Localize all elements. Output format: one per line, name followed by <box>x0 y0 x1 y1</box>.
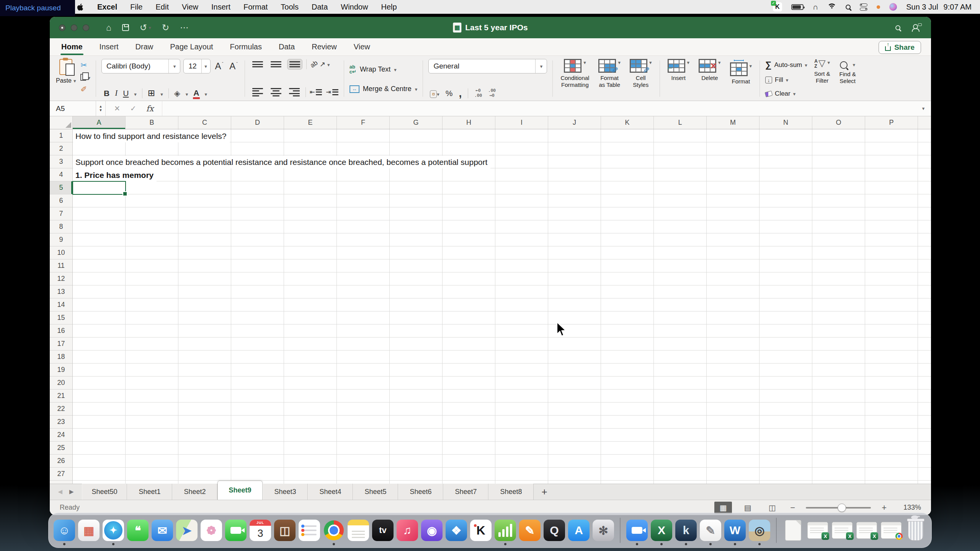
spotlight-icon[interactable] <box>846 5 851 10</box>
row-header-15[interactable]: 15 <box>50 311 72 324</box>
quicktime-icon[interactable]: Q <box>543 515 565 546</box>
tab-formulas[interactable]: Formulas <box>229 40 263 54</box>
decrease-font-button[interactable]: Aˇ <box>228 61 239 72</box>
preview-icon[interactable]: ◎ <box>748 515 771 546</box>
row-header-10[interactable]: 10 <box>50 246 72 259</box>
column-header-J[interactable]: J <box>548 116 601 129</box>
format-cells-button[interactable]: Format <box>728 59 755 98</box>
column-header-L[interactable]: L <box>654 116 707 129</box>
decrease-decimal-button[interactable]: .00 →0 <box>488 88 496 98</box>
menu-item-file[interactable]: File <box>130 3 142 11</box>
row-header-3[interactable]: 3 <box>50 155 72 168</box>
fill-button[interactable]: ↓Fill <box>765 76 807 84</box>
photos-icon[interactable]: ❁ <box>200 515 222 546</box>
row-header-7[interactable]: 7 <box>50 207 72 220</box>
font-color-button[interactable]: A <box>193 88 199 98</box>
menu-item-help[interactable]: Help <box>381 3 397 11</box>
more-commands-icon[interactable]: ⋯ <box>180 23 189 33</box>
comma-style-button[interactable]: , <box>459 91 462 95</box>
trash-icon[interactable] <box>905 515 927 546</box>
normal-view-button[interactable]: ▦ <box>714 502 732 514</box>
formula-input[interactable] <box>162 101 916 116</box>
launchpad-icon[interactable]: ▦ <box>78 515 100 546</box>
search-icon[interactable] <box>895 25 900 30</box>
align-middle-button[interactable] <box>269 59 283 69</box>
row-header-11[interactable]: 11 <box>50 259 72 272</box>
notes-icon[interactable] <box>347 515 369 546</box>
cell-A1[interactable]: How to find support and resistance level… <box>73 130 230 142</box>
column-header-P[interactable]: P <box>865 116 918 129</box>
page-break-view-button[interactable]: ◫ <box>763 502 781 514</box>
cell-styles-button[interactable]: Cell Styles <box>627 59 654 98</box>
menu-item-tools[interactable]: Tools <box>281 3 299 11</box>
row-header-13[interactable]: 13 <box>50 285 72 298</box>
minimized-excel-window-1-icon[interactable]: X <box>807 515 829 546</box>
kite-icon[interactable]: K <box>470 515 492 546</box>
insert-function-button[interactable]: fx <box>146 104 154 113</box>
menu-item-window[interactable]: Window <box>341 3 368 11</box>
insert-cells-button[interactable]: Insert <box>665 59 692 98</box>
zoom-slider[interactable] <box>806 507 871 509</box>
sheet-tab-sheet1[interactable]: Sheet1 <box>127 484 172 500</box>
messages-icon[interactable]: ❝ <box>127 515 149 546</box>
music-icon[interactable]: ♫ <box>396 515 418 546</box>
add-sheet-button[interactable]: + <box>534 484 555 500</box>
font-name-select[interactable]: Calibri (Body) <box>101 59 180 73</box>
app-store-icon[interactable]: A <box>568 515 590 546</box>
percent-style-button[interactable]: % <box>446 89 453 98</box>
row-header-22[interactable]: 22 <box>50 403 72 416</box>
paste-button[interactable]: Paste <box>56 59 76 84</box>
photo-booth-icon[interactable]: ◫ <box>274 515 296 546</box>
align-bottom-button[interactable] <box>287 59 302 70</box>
home-icon[interactable]: ⌂ <box>106 23 111 33</box>
save-icon[interactable] <box>122 24 129 31</box>
underline-button[interactable]: U <box>123 89 129 98</box>
safari-icon[interactable]: ✦ <box>102 515 124 546</box>
menu-bar-clock[interactable]: Sun 3 Jul 9:07 AM <box>906 3 972 11</box>
column-header-K[interactable]: K <box>601 116 654 129</box>
row-header-17[interactable]: 17 <box>50 337 72 350</box>
borders-button[interactable]: ⊞ <box>148 88 155 98</box>
select-all-corner[interactable] <box>50 116 73 129</box>
wrap-text-button[interactable]: abc↵ Wrap Text <box>350 64 418 74</box>
siri-icon[interactable] <box>889 3 897 11</box>
accounting-format-button[interactable]: ¤ <box>430 89 439 98</box>
zoom-out-button[interactable]: − <box>788 503 797 513</box>
page-layout-view-button[interactable]: ▤ <box>739 502 756 514</box>
tab-draw[interactable]: Draw <box>135 40 154 54</box>
copy-button[interactable] <box>80 73 90 82</box>
row-header-2[interactable]: 2 <box>50 142 72 155</box>
next-sheet-icon[interactable]: ▶ <box>69 488 74 495</box>
control-center-icon[interactable] <box>860 3 867 11</box>
tab-insert[interactable]: Insert <box>99 40 119 54</box>
row-header-16[interactable]: 16 <box>50 324 72 337</box>
finder-icon[interactable]: ☺ <box>53 515 75 546</box>
bold-button[interactable]: B <box>104 89 109 98</box>
row-header-21[interactable]: 21 <box>50 390 72 403</box>
cut-button[interactable]: ✂ <box>80 60 90 70</box>
font-size-select[interactable]: 12 <box>183 59 210 73</box>
airpods-icon[interactable]: ∩ <box>813 3 818 11</box>
sheet-tab-sheet6[interactable]: Sheet6 <box>398 484 443 500</box>
minimized-excel-window-2-icon[interactable]: X <box>831 515 853 546</box>
menu-item-view[interactable]: View <box>182 3 198 11</box>
minimized-excel-window-3-icon[interactable]: X <box>856 515 878 546</box>
menu-item-edit[interactable]: Edit <box>156 3 169 11</box>
sheet-tab-sheet9[interactable]: Sheet9 <box>217 481 263 500</box>
column-header-A[interactable]: A <box>73 116 126 129</box>
menu-item-data[interactable]: Data <box>312 3 328 11</box>
row-header-4[interactable]: 4 <box>50 168 72 181</box>
undo-button[interactable]: ↺ <box>140 23 151 33</box>
tab-page-layout[interactable]: Page Layout <box>169 40 214 54</box>
row-header-26[interactable]: 26 <box>50 455 72 468</box>
facetime-icon[interactable] <box>225 515 247 546</box>
prev-sheet-icon[interactable]: ◀ <box>58 488 62 495</box>
close-window-button[interactable] <box>59 24 65 31</box>
sheet-tab-sheet4[interactable]: Sheet4 <box>308 484 353 500</box>
formula-bar-expand-icon[interactable] <box>916 101 931 116</box>
sheet-tab-sheet50[interactable]: Sheet50 <box>82 484 127 500</box>
sort-filter-button[interactable]: AZ▽ Sort & Filter <box>812 59 833 98</box>
clear-button[interactable]: Clear <box>765 90 807 98</box>
battery-icon[interactable] <box>791 4 804 10</box>
confirm-entry-button[interactable]: ✓ <box>130 104 136 113</box>
